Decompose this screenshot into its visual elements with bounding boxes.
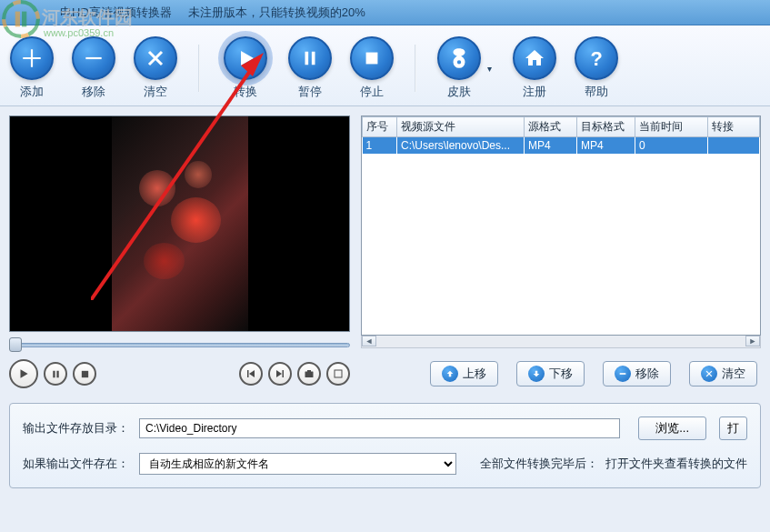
svg-rect-4: [366, 53, 378, 65]
stop-icon: [362, 48, 382, 68]
remove-label: 移除: [82, 84, 105, 100]
toolbar-separator: [198, 45, 200, 92]
convert-button[interactable]: 转换: [220, 33, 271, 104]
pause-label: 暂停: [298, 84, 322, 100]
minus-icon: [82, 46, 105, 70]
svg-rect-12: [620, 373, 626, 375]
cell-current-time: 0: [635, 137, 708, 155]
titlebar-trial-notice: 未注册版本，只能转换视频的20%: [188, 5, 365, 19]
player-play-button[interactable]: [9, 359, 38, 388]
video-preview: [9, 115, 350, 332]
clear-label: 清空: [144, 84, 167, 100]
skin-dropdown-arrow-icon[interactable]: ▾: [487, 64, 492, 74]
cell-index: 1: [363, 137, 397, 155]
main-toolbar: 添加 移除 清空 转换 暂停 停止 皮肤 ▾ 注册 ? 帮助: [0, 25, 770, 106]
arrow-up-icon: [442, 366, 458, 382]
svg-rect-11: [335, 370, 342, 377]
after-convert-label: 全部文件转换完毕后：: [480, 456, 598, 472]
list-clear-button[interactable]: 清空: [689, 361, 757, 386]
home-icon: [524, 47, 545, 69]
plus-icon: [20, 46, 44, 70]
add-button[interactable]: 添加: [9, 36, 55, 100]
output-dir-label: 输出文件存放目录：: [23, 420, 132, 437]
minus-icon: [615, 366, 631, 382]
stop-icon: [80, 369, 90, 379]
titlebar-app-name: 电HD高清视频转换器: [60, 5, 172, 19]
player-pause-button[interactable]: [44, 362, 67, 386]
camera-icon: [304, 368, 315, 379]
preview-thumbnail: [112, 115, 248, 332]
horizontal-scrollbar[interactable]: ◄ ►: [361, 336, 761, 348]
pause-button[interactable]: 暂停: [287, 36, 333, 100]
cell-source-file: C:\Users\lenovo\Des...: [397, 137, 525, 155]
play-icon: [17, 367, 30, 380]
help-button[interactable]: ? 帮助: [574, 36, 619, 100]
move-up-label: 上移: [463, 366, 486, 382]
player-stop-button[interactable]: [73, 362, 96, 386]
question-icon: ?: [585, 46, 608, 70]
table-header-row: 序号 视频源文件 源格式 目标格式 当前时间 转接: [363, 117, 760, 137]
x-icon: [701, 366, 717, 382]
if-exists-select[interactable]: 自动生成相应的新文件名: [139, 453, 456, 475]
col-current-time[interactable]: 当前时间: [635, 117, 708, 137]
toolbar-separator-2: [415, 45, 416, 92]
col-target-format[interactable]: 目标格式: [577, 117, 635, 137]
pause-icon: [300, 48, 320, 68]
arrow-down-icon: [528, 366, 545, 382]
player-next-button[interactable]: [268, 362, 292, 386]
list-clear-label: 清空: [722, 366, 745, 382]
scroll-right-icon[interactable]: ►: [745, 336, 760, 346]
clear-button[interactable]: 清空: [133, 36, 178, 100]
output-settings-panel: 输出文件存放目录： 浏览... 打 如果输出文件存在： 自动生成相应的新文件名 …: [9, 403, 761, 488]
seek-thumb[interactable]: [9, 337, 22, 352]
window-titlebar: 电HD高清视频转换器 未注册版本，只能转换视频的20%: [0, 0, 770, 25]
seek-slider[interactable]: [9, 337, 350, 352]
stop-button[interactable]: 停止: [349, 36, 395, 100]
add-label: 添加: [20, 84, 44, 100]
file-list-table[interactable]: 序号 视频源文件 源格式 目标格式 当前时间 转接 1 C:\Users\len…: [361, 115, 761, 336]
after-convert-value: 打开文件夹查看转换的文件: [605, 456, 747, 472]
col-index[interactable]: 序号: [363, 117, 397, 137]
output-dir-input[interactable]: [139, 418, 620, 438]
skin-icon: [447, 46, 471, 70]
cell-convert: [708, 137, 760, 155]
svg-rect-9: [305, 372, 314, 378]
if-exists-label: 如果输出文件存在：: [23, 456, 132, 472]
browse-button[interactable]: 浏览...: [638, 417, 706, 440]
svg-text:?: ?: [590, 47, 602, 70]
list-remove-button[interactable]: 移除: [603, 361, 671, 386]
prev-icon: [245, 368, 256, 379]
fullscreen-icon: [333, 368, 344, 379]
player-controls: [9, 359, 350, 388]
svg-rect-10: [307, 370, 311, 372]
play-icon: [235, 47, 256, 69]
move-down-label: 下移: [549, 366, 573, 382]
help-label: 帮助: [585, 84, 608, 100]
open-folder-button[interactable]: 打: [719, 417, 747, 440]
table-row[interactable]: 1 C:\Users\lenovo\Des... MP4 MP4 0: [363, 137, 760, 155]
player-prev-button[interactable]: [239, 362, 263, 386]
cell-source-format: MP4: [525, 137, 577, 155]
move-up-button[interactable]: 上移: [430, 361, 498, 386]
convert-label: 转换: [234, 84, 257, 100]
svg-rect-8: [81, 370, 87, 376]
stop-label: 停止: [360, 84, 384, 100]
col-convert[interactable]: 转接: [708, 117, 760, 137]
skin-label: 皮肤: [447, 84, 471, 100]
skin-button[interactable]: 皮肤: [436, 36, 482, 100]
register-button[interactable]: 注册: [512, 36, 557, 100]
remove-button[interactable]: 移除: [71, 36, 116, 100]
player-snapshot-button[interactable]: [297, 362, 321, 386]
cell-target-format: MP4: [577, 137, 635, 155]
list-remove-label: 移除: [635, 366, 659, 382]
x-icon: [145, 47, 166, 69]
col-source-file[interactable]: 视频源文件: [397, 117, 525, 137]
col-source-format[interactable]: 源格式: [525, 117, 577, 137]
scroll-left-icon[interactable]: ◄: [362, 336, 376, 346]
player-fullscreen-button[interactable]: [326, 362, 350, 386]
pause-icon: [51, 369, 61, 379]
next-icon: [275, 368, 285, 379]
register-label: 注册: [523, 84, 546, 100]
move-down-button[interactable]: 下移: [516, 361, 585, 386]
